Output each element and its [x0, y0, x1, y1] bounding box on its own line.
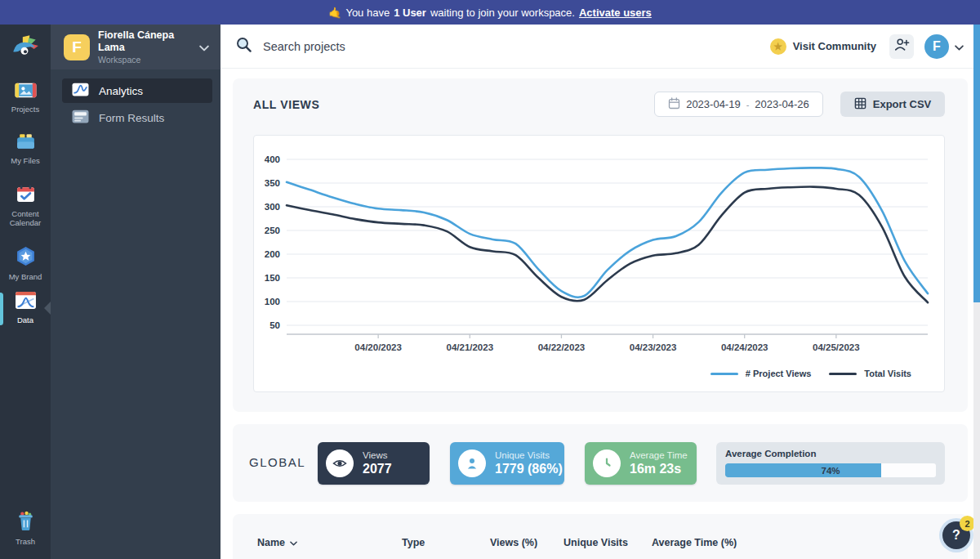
column-header-type[interactable]: Type	[402, 537, 490, 548]
stat-value: 2077	[363, 462, 392, 476]
banner-text-middle: waiting to join your workspace.	[430, 7, 575, 19]
user-avatar[interactable]: F	[924, 34, 949, 59]
star-badge-icon: ★	[770, 38, 786, 55]
activation-banner: 🤙 You have 1 User waiting to join your w…	[0, 0, 980, 25]
svg-text:150: 150	[265, 273, 280, 283]
chevron-down-icon[interactable]	[955, 39, 964, 54]
svg-text:200: 200	[265, 249, 280, 259]
completion-label: Average Completion	[725, 449, 936, 458]
date-separator: -	[746, 100, 750, 110]
table-header-row: Name Type Views (%) Unique Visits Averag…	[257, 537, 737, 548]
my-files-icon	[0, 133, 51, 152]
sidebar-item-label: Content Calendar	[10, 209, 42, 227]
stat-card-unique-visits: Unique Visits 1779 (86%)	[450, 442, 564, 485]
column-header-views[interactable]: Views (%)	[490, 537, 564, 548]
analytics-icon	[72, 83, 89, 99]
app-logo-icon[interactable]	[11, 33, 40, 62]
svg-text:250: 250	[265, 226, 280, 235]
trash-icon	[0, 511, 51, 533]
svg-text:04/22/2023: 04/22/2023	[538, 342, 586, 352]
page-scrollbar-thumb[interactable]	[973, 25, 980, 302]
date-from: 2023-04-19	[686, 98, 741, 110]
active-nav-indicator	[0, 293, 3, 325]
menu-item-label: Analytics	[99, 85, 143, 97]
topbar: ★ Visit Community F	[220, 25, 980, 69]
menu-item-label: Form Results	[99, 112, 164, 124]
banner-user-count: 1 User	[394, 7, 426, 19]
svg-text:100: 100	[265, 297, 280, 306]
stat-name: Views	[363, 450, 392, 460]
svg-text:350: 350	[265, 178, 280, 188]
data-icon	[0, 291, 51, 311]
table-grid-icon	[854, 97, 866, 112]
sidebar-item-label: Trash	[16, 537, 35, 546]
svg-text:300: 300	[265, 202, 280, 212]
stat-card-average-time: Average Time 16m 23s	[585, 442, 697, 485]
svg-text:50: 50	[270, 320, 280, 330]
calendar-icon	[668, 97, 680, 112]
sidebar-item-my-files[interactable]: My Files	[0, 133, 51, 165]
legend-label: # Project Views	[746, 369, 812, 378]
icon-sidebar: Projects My Files Content Calendar	[0, 25, 51, 559]
export-csv-label: Export CSV	[873, 98, 932, 110]
sidebar-item-label: My Files	[11, 156, 39, 165]
sidebar-item-data[interactable]: Data	[0, 291, 51, 324]
menu-item-analytics[interactable]: Analytics	[62, 78, 212, 103]
clock-icon	[593, 449, 621, 477]
global-label: GLOBAL	[249, 455, 305, 469]
visit-community-button[interactable]: ★ Visit Community	[770, 38, 876, 55]
column-header-name[interactable]: Name	[257, 537, 402, 548]
sort-chevron-icon	[290, 537, 297, 548]
average-completion-card: Average Completion 74%	[716, 442, 945, 485]
legend-item-total-visits: Total Visits	[829, 369, 911, 378]
svg-text:04/24/2023: 04/24/2023	[721, 342, 768, 352]
projects-icon	[0, 82, 51, 101]
my-brand-icon	[0, 246, 51, 268]
completion-progress-track: 74%	[725, 463, 936, 477]
sidebar-item-label: Data	[17, 315, 33, 324]
chevron-down-icon	[199, 40, 209, 55]
person-icon	[458, 449, 486, 477]
activate-users-link[interactable]: Activate users	[579, 7, 652, 19]
question-mark-icon: ?	[952, 528, 960, 543]
column-header-average-time[interactable]: Average Time (%)	[652, 537, 737, 548]
workspace-switcher[interactable]: F Fiorella Cánepa Lama Workspace	[51, 25, 220, 69]
date-range-picker[interactable]: 2023-04-19 - 2023-04-26	[654, 92, 823, 117]
stat-value: 1779 (86%)	[495, 462, 563, 476]
completion-percent: 74%	[725, 463, 936, 477]
search-box[interactable]	[235, 36, 770, 57]
search-input[interactable]	[263, 40, 508, 53]
menu-item-form-results[interactable]: Form Results	[62, 105, 212, 130]
sidebar-item-content-calendar[interactable]: Content Calendar	[0, 185, 51, 227]
sidebar-item-projects[interactable]: Projects	[0, 82, 51, 114]
column-header-unique-visits[interactable]: Unique Visits	[564, 537, 652, 548]
global-stats-panel: GLOBAL Views 2077 Unique Visit	[233, 424, 968, 502]
search-icon	[235, 36, 253, 57]
main-area: ★ Visit Community F ALL VIEWS	[220, 25, 980, 559]
hand-emoji-icon: 🤙	[328, 7, 341, 19]
sidebar-item-my-brand[interactable]: My Brand	[0, 246, 51, 281]
projects-table-panel: Name Type Views (%) Unique Visits Averag…	[233, 514, 968, 559]
visit-community-label: Visit Community	[793, 40, 876, 52]
panel-title: ALL VIEWS	[253, 98, 319, 111]
export-csv-button[interactable]: Export CSV	[840, 92, 945, 117]
svg-text:04/23/2023: 04/23/2023	[630, 342, 677, 352]
svg-text:04/20/2023: 04/20/2023	[354, 342, 402, 352]
column-label: Name	[257, 537, 285, 548]
stat-name: Unique Visits	[495, 450, 563, 460]
workspace-sidebar: F Fiorella Cánepa Lama Workspace Analyti…	[51, 25, 220, 559]
page-scrollbar-track[interactable]	[973, 25, 980, 559]
content-calendar-icon	[0, 185, 51, 205]
sidebar-item-trash[interactable]: Trash	[0, 511, 51, 546]
eye-icon	[326, 449, 354, 477]
svg-text:04/25/2023: 04/25/2023	[813, 342, 860, 352]
sidebar-item-label: Projects	[11, 105, 39, 114]
chart-canvas: 5010015020025030035040004/20/202304/21/2…	[254, 136, 946, 393]
legend-label: Total Visits	[864, 369, 911, 378]
stat-card-views: Views 2077	[318, 442, 430, 485]
invite-user-button[interactable]	[889, 34, 914, 59]
help-button[interactable]: ? 2	[942, 521, 970, 549]
legend-item-project-views: # Project Views	[710, 369, 812, 378]
legend-swatch	[710, 373, 738, 375]
legend-swatch	[829, 373, 857, 375]
